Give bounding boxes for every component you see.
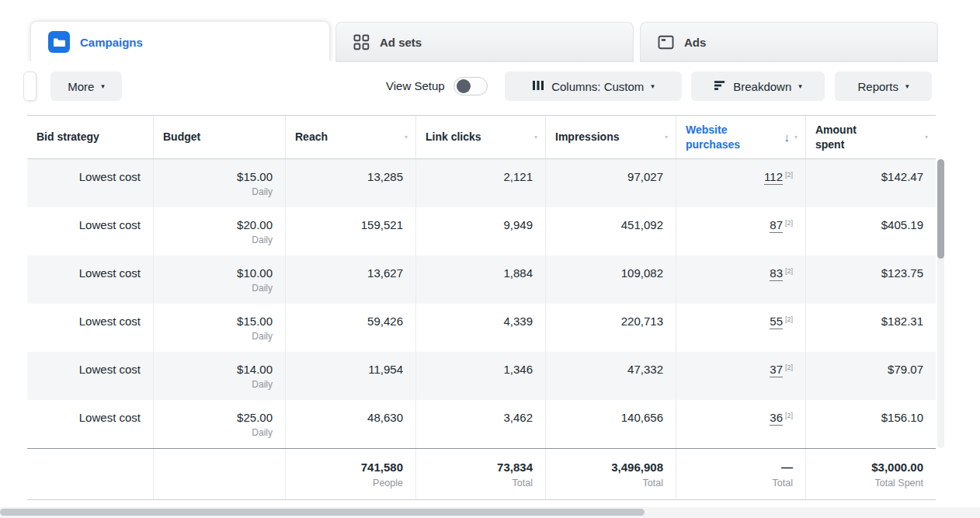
tab-ad-sets[interactable]: Ad sets — [335, 22, 634, 62]
totals-amount-spent-value: $3,000.00 — [812, 461, 923, 474]
bid-strategy-cell: Lowest cost — [27, 352, 153, 400]
header-amount-spent[interactable]: Amount spent ▾ — [805, 116, 936, 158]
link-clicks-cell: 1,884 — [415, 256, 545, 304]
header-label: Impressions — [555, 130, 619, 144]
more-button[interactable]: More ▾ — [50, 71, 122, 101]
partial-button[interactable] — [23, 71, 36, 101]
budget-cell: $10.00 Daily — [153, 256, 285, 304]
budget-value: $10.00 — [160, 266, 273, 280]
columns-icon — [532, 80, 544, 93]
tab-ads-label: Ads — [684, 36, 706, 49]
totals-amount-spent-cell: $3,000.00 Total Spent — [805, 449, 936, 499]
tab-campaigns[interactable]: Campaigns — [31, 22, 329, 62]
header-label: Amount spent — [815, 123, 864, 151]
vertical-scrollbar[interactable] — [937, 159, 944, 448]
view-setup-label: View Setup — [386, 79, 445, 92]
totals-impressions-value: 3,496,908 — [552, 461, 663, 474]
impressions-cell: 451,092 — [545, 207, 676, 256]
link-clicks-cell: 1,346 — [415, 352, 545, 400]
purchases-footnote: [2] — [785, 363, 793, 371]
reports-button[interactable]: Reports ▾ — [835, 71, 932, 101]
toggle-knob — [457, 79, 471, 93]
totals-empty-cell — [27, 449, 153, 499]
header-impressions[interactable]: Impressions ▾ — [545, 116, 676, 158]
chevron-down-icon: ▾ — [905, 83, 909, 90]
bid-strategy-cell: Lowest cost — [27, 304, 153, 352]
header-link-clicks[interactable]: Link clicks ▾ — [415, 116, 545, 158]
bid-strategy-cell: Lowest cost — [27, 207, 153, 256]
chevron-down-icon[interactable]: ▾ — [794, 134, 798, 141]
budget-period: Daily — [160, 379, 273, 390]
totals-reach-label: People — [292, 478, 403, 488]
reach-cell: 48,630 — [285, 400, 415, 448]
totals-link-clicks-label: Total — [422, 478, 533, 488]
amount-spent-cell: $182.31 — [805, 304, 936, 352]
reach-cell: 13,627 — [285, 256, 415, 304]
budget-period: Daily — [160, 331, 273, 342]
breakdown-button-label: Breakdown — [733, 80, 791, 93]
header-website-purchases[interactable]: Website purchases ↓ ▾ — [676, 116, 805, 158]
purchases-value-link[interactable]: 55 — [770, 315, 783, 329]
budget-value: $20.00 — [160, 218, 273, 231]
budget-period: Daily — [160, 427, 273, 438]
tab-ads[interactable]: Ads — [640, 22, 938, 62]
website-purchases-cell: 83[2] — [676, 256, 805, 304]
header-label: Bid strategy — [36, 130, 99, 144]
header-label: Link clicks — [426, 130, 481, 144]
purchases-value-link[interactable]: 87 — [770, 218, 783, 233]
horizontal-scrollbar-thumb[interactable] — [0, 509, 645, 516]
table-row: Lowest cost $20.00 Daily 159,521 9,949 4… — [27, 207, 936, 256]
link-clicks-cell: 9,949 — [415, 207, 545, 256]
table-row: Lowest cost $14.00 Daily 11,954 1,346 47… — [27, 352, 936, 400]
impressions-cell: 97,027 — [545, 159, 676, 207]
header-reach[interactable]: Reach ▾ — [285, 116, 415, 158]
vertical-scrollbar-thumb[interactable] — [937, 159, 944, 259]
amount-spent-cell: $405.19 — [805, 207, 936, 256]
impressions-cell: 140,656 — [545, 400, 676, 448]
chevron-down-icon[interactable]: ▾ — [534, 134, 537, 141]
totals-amount-spent-label: Total Spent — [812, 478, 923, 488]
purchases-value-link[interactable]: 37 — [770, 363, 783, 377]
reports-button-label: Reports — [857, 80, 898, 93]
reach-cell: 159,521 — [285, 207, 415, 256]
impressions-cell: 47,332 — [545, 352, 676, 400]
totals-link-clicks-value: 73,834 — [422, 461, 533, 474]
chevron-down-icon[interactable]: ▾ — [925, 134, 928, 141]
breakdown-button[interactable]: Breakdown ▾ — [691, 71, 825, 101]
view-setup-toggle[interactable] — [454, 77, 488, 96]
reach-cell: 13,285 — [285, 159, 415, 207]
reach-cell: 59,426 — [285, 304, 415, 352]
chevron-down-icon: ▾ — [798, 83, 802, 90]
purchases-value-link[interactable]: 83 — [770, 266, 783, 281]
chevron-down-icon[interactable]: ▾ — [665, 134, 668, 141]
totals-purchases-value: — — [683, 461, 793, 474]
header-label: Reach — [295, 130, 328, 144]
purchases-value-link[interactable]: 112 — [764, 170, 783, 185]
columns-button[interactable]: Columns: Custom ▾ — [505, 71, 682, 101]
budget-cell: $25.00 Daily — [153, 400, 285, 448]
totals-purchases-cell: — Total — [676, 449, 805, 499]
impressions-cell: 109,082 — [545, 256, 676, 304]
horizontal-scrollbar[interactable] — [0, 507, 980, 518]
link-clicks-cell: 4,339 — [415, 304, 545, 352]
totals-row: 741,580 People 73,834 Total 3,496,908 To… — [27, 448, 936, 500]
purchases-value-link[interactable]: 36 — [770, 411, 783, 426]
amount-spent-cell: $79.07 — [805, 352, 936, 400]
budget-value: $15.00 — [160, 170, 273, 183]
website-purchases-cell: 87[2] — [676, 207, 805, 256]
totals-link-clicks-cell: 73,834 Total — [415, 449, 545, 499]
table-row: Lowest cost $10.00 Daily 13,627 1,884 10… — [27, 256, 936, 304]
budget-period: Daily — [160, 186, 273, 197]
amount-spent-cell: $156.10 — [805, 400, 936, 448]
chevron-down-icon[interactable]: ▾ — [405, 134, 408, 141]
budget-cell: $14.00 Daily — [153, 352, 285, 400]
impressions-cell: 220,713 — [545, 304, 676, 352]
more-button-label: More — [68, 80, 94, 93]
tab-ad-sets-label: Ad sets — [380, 36, 422, 49]
budget-value: $14.00 — [160, 363, 273, 376]
budget-value: $15.00 — [160, 315, 273, 328]
header-label: Website purchases — [686, 123, 748, 151]
header-budget[interactable]: Budget — [153, 116, 285, 158]
header-bid-strategy[interactable]: Bid strategy — [27, 116, 153, 158]
breakdown-icon — [714, 80, 726, 93]
